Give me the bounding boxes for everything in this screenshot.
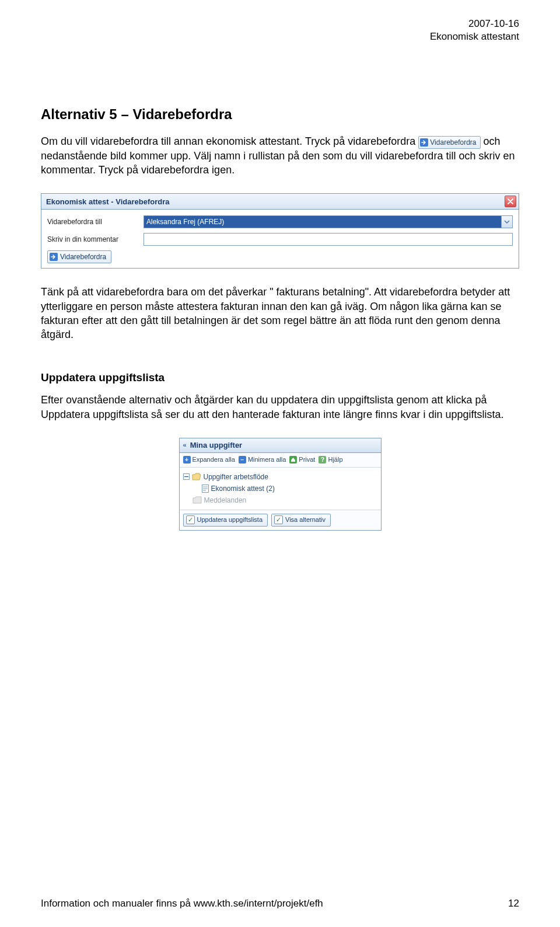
header-role: Ekonomisk attestant — [430, 30, 519, 43]
update-paragraph: Efter ovanstående alternativ och åtgärde… — [41, 393, 519, 421]
show-alternatives-label: Visa alternativ — [285, 515, 326, 524]
forward-button-label: Vidarebefordra — [60, 252, 106, 262]
comment-row: Skriv in din kommentar — [47, 233, 513, 246]
section-heading: Alternativ 5 – Vidarebefordra — [41, 105, 519, 124]
forward-dialog: Ekonomisk attest - Vidarebefordra Vidare… — [41, 193, 519, 269]
tree-root-label: Uppgifter arbetsflöde — [204, 472, 268, 482]
forward-to-label: Vidarebefordra till — [47, 217, 144, 226]
note-paragraph: Tänk på att vidarebefordra bara om det p… — [41, 285, 519, 341]
comment-input[interactable] — [144, 233, 513, 246]
forward-to-selected: Aleksandra Frej (AFREJ) — [144, 216, 501, 228]
dialog-close-button[interactable] — [505, 196, 516, 207]
checkbox-checked-icon: ✓ — [274, 515, 283, 524]
folder-open-icon — [192, 473, 201, 480]
comment-label: Skriv in din kommentar — [47, 235, 144, 244]
checkbox-checked-icon: ✓ — [186, 515, 195, 524]
minus-icon: − — [239, 456, 246, 464]
footer-page-number: 12 — [508, 898, 519, 909]
intro-paragraph: Om du vill vidarebefordra till annan eko… — [41, 134, 519, 177]
dialog-actions: Vidarebefordra — [47, 250, 513, 263]
update-tasklist-button[interactable]: ✓ Uppdatera uppgiftslista — [183, 514, 268, 527]
minimize-all-label: Minimera alla — [248, 455, 286, 464]
side-panel-wrap: « Mina uppgifter + Expandera alla − Mini… — [41, 438, 519, 531]
close-icon — [508, 198, 513, 204]
tasks-panel-header[interactable]: « Mina uppgifter — [180, 438, 381, 453]
forward-arrow-icon — [50, 253, 58, 261]
help-icon: ? — [318, 456, 326, 464]
expand-all-button[interactable]: + Expandera alla — [183, 455, 235, 464]
tree-item-attest[interactable]: Ekonomisk attest (2) — [182, 483, 379, 494]
expand-all-label: Expandera alla — [192, 455, 235, 464]
plus-icon: + — [183, 456, 191, 464]
tree-item-messages-label: Meddelanden — [204, 496, 247, 505]
document-content: Alternativ 5 – Vidarebefordra Om du vill… — [41, 105, 519, 531]
forward-to-row: Vidarebefordra till Aleksandra Frej (AFR… — [47, 215, 513, 228]
chevron-down-icon — [504, 219, 510, 225]
footer-info: Information och manualer finns på www.kt… — [41, 898, 323, 909]
tree-item-attest-label: Ekonomisk attest (2) — [211, 484, 275, 493]
update-tasklist-label: Uppdatera uppgiftslista — [197, 515, 263, 524]
tasks-tree: Uppgifter arbetsflöde Ekonomisk attest (… — [180, 468, 381, 510]
private-label: Privat — [299, 455, 315, 464]
forward-to-select[interactable]: Aleksandra Frej (AFREJ) — [144, 215, 513, 228]
tree-root[interactable]: Uppgifter arbetsflöde — [182, 471, 379, 483]
collapse-icon — [183, 473, 190, 480]
intro-text-a: Om du vill vidarebefordra till annan eko… — [41, 135, 418, 147]
forward-arrow-icon — [420, 138, 428, 147]
minimize-all-button[interactable]: − Minimera alla — [239, 455, 286, 464]
sub-heading: Uppdatera uppgiftslista — [41, 370, 519, 385]
dialog-body: Vidarebefordra till Aleksandra Frej (AFR… — [41, 210, 519, 268]
tasks-panel: « Mina uppgifter + Expandera alla − Mini… — [179, 438, 382, 531]
help-label: Hjälp — [328, 455, 342, 464]
forward-inline-button-label: Vidarebefordra — [430, 138, 476, 147]
chevron-left-icon: « — [183, 441, 187, 449]
forward-button[interactable]: Vidarebefordra — [47, 250, 111, 263]
dialog-title-text: Ekonomisk attest - Vidarebefordra — [46, 197, 169, 207]
show-alternatives-button[interactable]: ✓ Visa alternativ — [271, 514, 331, 527]
document-icon — [202, 485, 209, 493]
tasks-panel-bottom: ✓ Uppdatera uppgiftslista ✓ Visa alterna… — [180, 510, 381, 530]
page-footer: Information och manualer finns på www.kt… — [41, 898, 519, 909]
tasks-panel-title: Mina uppgifter — [190, 440, 243, 451]
private-button[interactable]: Privat — [289, 455, 315, 464]
forward-inline-button[interactable]: Vidarebefordra — [418, 136, 480, 149]
home-icon — [289, 456, 297, 464]
select-arrow-button[interactable] — [501, 216, 512, 228]
tree-item-messages[interactable]: Meddelanden — [182, 494, 379, 506]
tasks-panel-toolbar: + Expandera alla − Minimera alla Privat — [180, 453, 381, 468]
help-button[interactable]: ? Hjälp — [318, 455, 342, 464]
page-header: 2007-10-16 Ekonomisk attestant — [430, 18, 519, 43]
folder-icon — [192, 496, 202, 504]
dialog-titlebar: Ekonomisk attest - Vidarebefordra — [41, 194, 519, 210]
header-date: 2007-10-16 — [430, 18, 519, 30]
